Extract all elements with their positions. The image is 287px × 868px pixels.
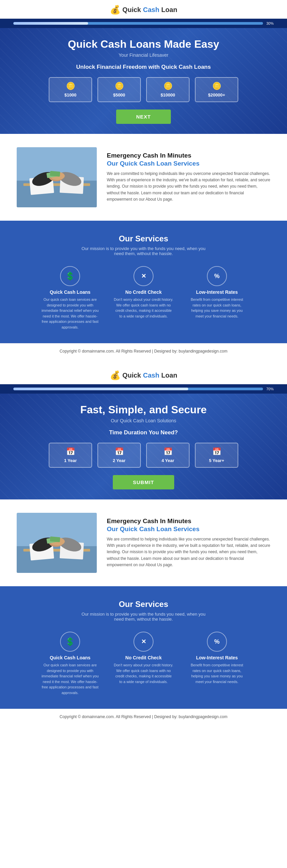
year-label-1: 1 Year [64,458,77,463]
progress-bar-bg [13,22,263,25]
coin-icon-4: 🪙 [212,82,221,90]
service-desc-2-3: Benefit from competitive interest rates … [187,662,247,684]
coin-icon-1: 🪙 [66,82,75,90]
amount-label-3: $10000 [161,92,175,97]
svg-rect-10 [50,171,60,177]
about-text-1: We are committed to helping individuals … [107,170,270,203]
progress-bar-bg-2 [13,388,263,390]
site-footer-1: Copyright © domainname.com. All Rights R… [0,343,287,359]
services-grid-1: 💲 Quick Cash Loans Our quick cash loan s… [17,266,270,330]
amount-label-1: $1000 [64,92,76,97]
progress-bar-fill [13,22,88,25]
hero-subtitle-2: Our Quick Cash Loan Solutions [0,418,287,423]
service-desc-3: Benefit from competitive interest rates … [187,297,247,319]
cash-loans-icon-2: 💲 [60,632,80,652]
year-btn-4[interactable]: 📅 4 Year [146,443,190,468]
service-item-1: 💲 Quick Cash Loans Our quick cash loan s… [40,266,100,330]
logo-text-loan: Loan [161,6,177,14]
cash-loans-icon: 💲 [60,266,80,286]
hero-question: Unlock Financial Freedom with Quick Cash… [0,64,287,70]
year-label-3: 4 Year [161,458,174,463]
about-title-main-1: Emergency Cash In Minutes [107,152,270,159]
amount-btn-20000[interactable]: 🪙 $20000+ [195,77,238,102]
about-section-1: Emergency Cash In Minutes Our Quick Cash… [0,134,287,221]
amount-options: 🪙 $1000 🪙 $5000 🪙 $10000 🪙 $20000+ [0,77,287,102]
handshake-svg-1 [17,147,97,207]
logo-text-cash-2: Cash [143,372,159,379]
site-header-2: 💰 Quick Cash Loan [0,366,287,384]
amount-btn-1000[interactable]: 🪙 $1000 [49,77,92,102]
cal-icon-2: 📅 [115,447,124,456]
footer-text-2: Copyright © domainname.com. All Rights R… [60,714,228,719]
service-desc-2: Don't worry about your credit history. W… [114,297,173,319]
about-image-1 [17,147,97,207]
service-name-2-2: No Credit Check [114,655,173,660]
no-credit-icon: ✕ [133,266,154,286]
service-name-2-1: Quick Cash Loans [40,655,100,660]
amount-label-4: $20000+ [208,92,225,97]
year-btn-1[interactable]: 📅 1 Year [49,443,92,468]
about-image-2 [17,513,97,573]
hero-section-2: 70% Fast, Simple, and Secure Our Quick C… [0,384,287,499]
site-footer-2: Copyright © domainname.com. All Rights R… [0,709,287,724]
services-section-2: Our Services Our mission is to provide y… [0,586,287,709]
about-title-sub-1: Our Quick Cash Loan Services [107,160,270,167]
footer-text-1: Copyright © domainname.com. All Rights R… [60,349,228,353]
progress-bar-wrap-2: 70% [0,384,287,394]
about-title-sub-2: Our Quick Cash Loan Services [107,525,270,533]
services-subtitle-1: Our mission is to provide you with the f… [77,246,210,256]
services-title-1: Our Services [17,234,270,243]
site-header: 💰 Quick Cash Loan [0,0,287,19]
year-label-4: 5 Year+ [209,458,224,463]
logo-text-quick-2: Quick [123,372,141,379]
logo-2: 💰 Quick Cash Loan [110,370,177,380]
hero-section-1: 30% Quick Cash Loans Made Easy Your Fina… [0,19,287,134]
progress-label: 30% [266,21,274,25]
service-item-2-1: 💲 Quick Cash Loans Our quick cash loan s… [40,632,100,695]
service-name-2: No Credit Check [114,289,173,295]
service-item-3: % Low-Interest Rates Benefit from compet… [187,266,247,330]
low-interest-icon: % [207,266,227,286]
service-item-2-2: ✕ No Credit Check Don't worry about your… [114,632,173,695]
hero-title-2: Fast, Simple, and Secure [0,404,287,416]
year-label-2: 2 Year [113,458,126,463]
amount-label-2: $5000 [113,92,125,97]
logo-text-cash: Cash [143,6,159,14]
service-item-2: ✕ No Credit Check Don't worry about your… [114,266,173,330]
about-content-2: Emergency Cash In Minutes Our Quick Cash… [107,518,270,568]
coin-icon-3: 🪙 [163,82,172,90]
about-text-2: We are committed to helping individuals … [107,536,270,568]
services-title-2: Our Services [17,599,270,609]
service-name-3: Low-Interest Rates [187,289,247,295]
logo-text-quick: Quick [123,6,141,14]
hero-subtitle: Your Financial Lifesaver [0,53,287,58]
amount-btn-10000[interactable]: 🪙 $10000 [146,77,190,102]
handshake-svg-2 [17,513,97,573]
no-credit-icon-2: ✕ [133,632,154,652]
year-btn-2[interactable]: 📅 2 Year [97,443,141,468]
submit-button[interactable]: SUBMIT [113,475,174,489]
service-desc-2-1: Our quick cash loan services are designe… [40,662,100,695]
hero-question-2: Time Duration You Need? [0,429,287,436]
hero-title: Quick Cash Loans Made Easy [0,38,287,51]
about-title-main-2: Emergency Cash In Minutes [107,518,270,525]
year-btn-5plus[interactable]: 📅 5 Year+ [195,443,238,468]
cal-icon-4: 📅 [212,447,221,456]
about-section-2: Emergency Cash In Minutes Our Quick Cash… [0,499,287,586]
next-button[interactable]: NEXT [116,110,171,124]
logo-icon-2: 💰 [110,370,121,380]
svg-rect-21 [50,536,60,542]
logo-text-loan-2: Loan [161,372,177,379]
logo-icon: 💰 [110,5,121,15]
service-desc-1: Our quick cash loan services are designe… [40,297,100,330]
services-section-1: Our Services Our mission is to provide y… [0,221,287,343]
low-interest-icon-2: % [207,632,227,652]
coin-icon-2: 🪙 [115,82,124,90]
progress-bar-wrap: 30% [0,19,287,28]
progress-label-2: 70% [266,387,274,391]
about-content-1: Emergency Cash In Minutes Our Quick Cash… [107,152,270,203]
amount-btn-5000[interactable]: 🪙 $5000 [97,77,141,102]
progress-bar-fill-2 [13,388,188,390]
service-desc-2-2: Don't worry about your credit history. W… [114,662,173,684]
service-item-2-3: % Low-Interest Rates Benefit from compet… [187,632,247,695]
